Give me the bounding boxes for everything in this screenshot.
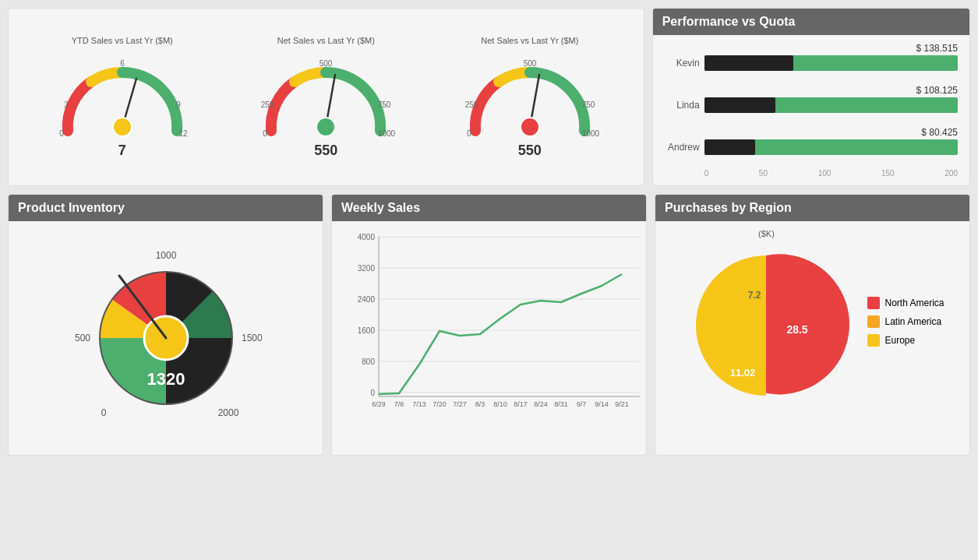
performance-header: Performance vs Quota <box>653 9 969 35</box>
legend-label-north-america: North America <box>884 298 944 308</box>
svg-text:0: 0 <box>59 129 64 138</box>
svg-text:0: 0 <box>263 129 268 138</box>
svg-text:8/10: 8/10 <box>493 400 507 408</box>
gauge-ytd-title: YTD Sales vs Last Yr ($M) <box>44 36 200 45</box>
svg-text:7/27: 7/27 <box>453 400 467 408</box>
svg-text:0: 0 <box>467 129 471 138</box>
purchases-header: Purchases by Region <box>655 195 969 221</box>
svg-text:750: 750 <box>582 100 595 109</box>
linda-label: Linda <box>665 100 700 111</box>
legend-latin-america: Latin America <box>867 315 944 328</box>
svg-text:9: 9 <box>176 100 181 109</box>
pie-svg: 28.5 11.02 7.2 <box>680 240 852 411</box>
gauge-ytd-value: 7 <box>44 143 200 159</box>
kevin-label: Kevin <box>665 58 700 69</box>
andrew-bar-fg <box>704 139 755 155</box>
weekly-sales-header: Weekly Sales <box>332 195 646 221</box>
axis-100: 100 <box>818 169 831 178</box>
perf-row-andrew: $ 80.425 Andrew <box>665 127 958 155</box>
inventory-header: Product Inventory <box>9 195 323 221</box>
svg-text:500: 500 <box>320 59 333 68</box>
perf-axis: 0 50 100 150 200 <box>665 169 958 178</box>
svg-text:1500: 1500 <box>242 333 263 343</box>
svg-text:1600: 1600 <box>358 326 376 335</box>
svg-text:2000: 2000 <box>217 407 238 418</box>
gauge-net1: Net Sales vs Last Yr ($M) 0 250 500 750 … <box>248 36 404 159</box>
legend-label-europe: Europe <box>884 335 915 346</box>
svg-point-20 <box>521 118 539 136</box>
kevin-bar-row: Kevin <box>665 55 958 71</box>
svg-text:8/31: 8/31 <box>554 400 568 408</box>
legend-europe: Europe <box>867 334 944 347</box>
pie-chart-wrap: ($K) 28. <box>680 229 852 414</box>
axis-0: 0 <box>704 169 709 178</box>
svg-text:1000: 1000 <box>155 250 176 261</box>
andrew-amount: $ 80.425 <box>665 127 958 138</box>
linda-bar-fg <box>704 97 775 113</box>
svg-text:0: 0 <box>101 407 106 418</box>
gauges-panel: YTD Sales vs Last Yr ($M) 0 3 6 9 12 <box>8 8 644 186</box>
svg-text:4000: 4000 <box>358 233 376 241</box>
andrew-bar-bg <box>704 139 958 155</box>
performance-panel: Performance vs Quota $ 138.515 Kevin $ 1… <box>652 8 970 186</box>
gauge-net2-title: Net Sales vs Last Yr ($M) <box>452 36 608 45</box>
legend-color-europe <box>867 334 880 347</box>
svg-text:8/17: 8/17 <box>514 400 528 408</box>
svg-text:9/21: 9/21 <box>615 400 629 408</box>
gauge-net2-value: 550 <box>452 143 608 159</box>
svg-text:250: 250 <box>261 100 274 109</box>
legend-color-north-america <box>867 297 880 309</box>
dashboard: YTD Sales vs Last Yr ($M) 0 3 6 9 12 <box>8 8 970 456</box>
svg-text:1000: 1000 <box>582 129 600 138</box>
svg-text:6: 6 <box>120 59 125 68</box>
inventory-svg: 1000 500 1500 0 2000 1320 <box>57 229 275 447</box>
pie-container: ($K) 28. <box>655 221 969 422</box>
svg-text:8/24: 8/24 <box>534 400 548 408</box>
svg-text:9/14: 9/14 <box>595 400 609 408</box>
svg-text:6/29: 6/29 <box>372 400 386 408</box>
inventory-panel: Product Inventory <box>8 194 323 456</box>
svg-text:8/3: 8/3 <box>475 400 485 408</box>
axis-50: 50 <box>759 169 768 178</box>
weekly-sales-svg: 4000 3200 2400 1600 800 0 6/29 7/6 7/13 … <box>344 229 647 424</box>
weekly-sales-chart: 4000 3200 2400 1600 800 0 6/29 7/6 7/13 … <box>332 221 646 431</box>
pie-subtitle: ($K) <box>680 229 852 238</box>
svg-text:750: 750 <box>378 100 391 109</box>
svg-text:500: 500 <box>524 59 537 68</box>
andrew-bar-row: Andrew <box>665 139 958 155</box>
svg-text:1320: 1320 <box>147 369 185 389</box>
svg-text:7/13: 7/13 <box>412 400 426 408</box>
gauge-ytd-svg: 0 3 6 9 12 <box>44 49 200 150</box>
top-row: YTD Sales vs Last Yr ($M) 0 3 6 9 12 <box>8 8 970 186</box>
linda-bar-bg <box>704 97 958 113</box>
linda-amount: $ 108.125 <box>665 85 958 96</box>
svg-text:7.2: 7.2 <box>748 290 761 301</box>
gauge-net2-svg: 0 250 500 750 1000 <box>452 49 608 150</box>
kevin-bar-fg <box>704 55 793 71</box>
svg-text:1000: 1000 <box>378 129 396 138</box>
svg-text:7/20: 7/20 <box>433 400 447 408</box>
kevin-bar-bg <box>704 55 958 71</box>
svg-text:12: 12 <box>178 129 188 138</box>
svg-text:7/6: 7/6 <box>394 400 404 408</box>
linda-bar-row: Linda <box>665 97 958 113</box>
kevin-amount: $ 138.515 <box>665 43 958 54</box>
svg-text:500: 500 <box>74 333 90 343</box>
svg-text:11.02: 11.02 <box>730 367 756 379</box>
gauge-net1-value: 550 <box>248 143 404 159</box>
bottom-row: Product Inventory <box>8 194 970 456</box>
purchases-panel: Purchases by Region ($K) <box>655 194 970 456</box>
perf-row-linda: $ 108.125 Linda <box>665 85 958 113</box>
svg-text:800: 800 <box>362 357 375 366</box>
svg-text:9/7: 9/7 <box>577 400 587 408</box>
svg-text:250: 250 <box>465 100 478 109</box>
gauge-net1-title: Net Sales vs Last Yr ($M) <box>248 36 404 45</box>
legend-color-latin-america <box>867 315 880 328</box>
axis-200: 200 <box>944 169 958 178</box>
svg-text:0: 0 <box>370 389 375 397</box>
perf-row-kevin: $ 138.515 Kevin <box>665 43 958 71</box>
svg-text:2400: 2400 <box>358 295 376 304</box>
svg-point-13 <box>316 118 335 136</box>
gauge-ytd: YTD Sales vs Last Yr ($M) 0 3 6 9 12 <box>44 36 200 159</box>
performance-chart: $ 138.515 Kevin $ 108.125 Linda <box>653 35 969 185</box>
